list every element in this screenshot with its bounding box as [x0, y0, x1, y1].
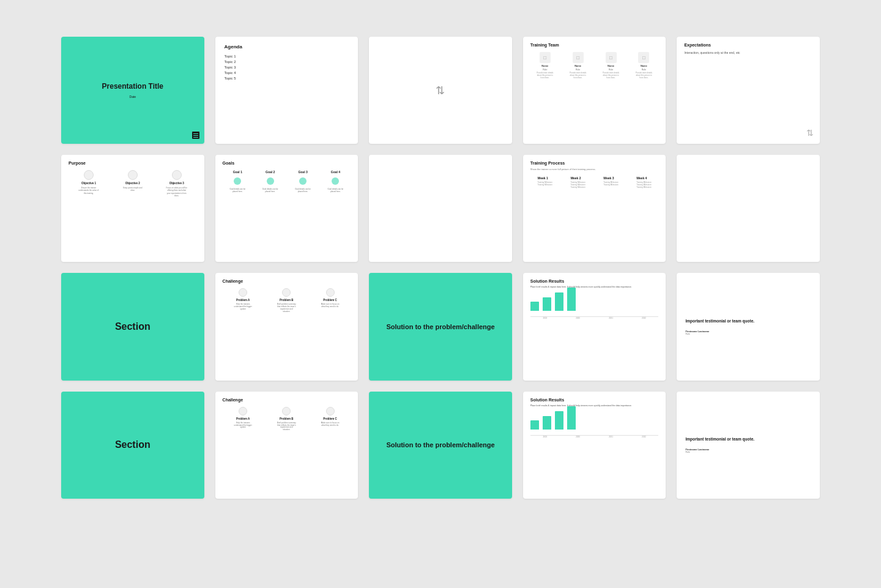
week-desc-3: Training MilestoneTraining Milestone — [603, 182, 618, 187]
prob-circle-c1 — [326, 288, 335, 297]
slide-training-team: Training Team □ Name Role Provide team d… — [523, 37, 666, 144]
objective-3: Objective 3 Focus on what you will be of… — [166, 170, 187, 197]
solution-text-1: Solution to the problem/challenge — [386, 322, 494, 331]
bar-2020-2 — [543, 416, 551, 430]
goal-circle-3 — [299, 177, 307, 185]
corner-menu-icon — [192, 132, 199, 139]
bar-2019-1 — [530, 302, 539, 311]
team-member-4: □ Name Role Provide team details about t… — [634, 52, 653, 80]
week-title-4: Week 4 — [636, 176, 651, 180]
team-avatar-1: □ — [540, 52, 551, 63]
prob-title-a1: Problem A — [236, 299, 250, 302]
obj-desc-1: Ensure the trainee understands the value… — [78, 187, 99, 195]
bar-2022-1 — [567, 288, 576, 311]
team-role-3: Role — [609, 69, 613, 71]
week-title-2: Week 2 — [570, 176, 585, 180]
agenda-item-4: Topic 4 — [225, 71, 349, 75]
slide-results-1: Solution Results Place brief results & i… — [523, 273, 666, 380]
goals-circles-row — [223, 177, 351, 185]
slide-training-process: Training Process Show the trainee a more… — [523, 155, 666, 262]
training-subtext: Show the trainee a more full picture of … — [530, 168, 659, 171]
goal-title-3: Goal 3 — [298, 170, 307, 174]
bar-2022-2 — [567, 406, 576, 430]
week-title-3: Week 3 — [603, 176, 618, 180]
objective-1: Objective 1 Ensure the trainee understan… — [78, 170, 99, 197]
expectations-text: Interaction, questions only at the end, … — [684, 51, 812, 56]
week-3: Week 3 Training MilestoneTraining Milest… — [603, 176, 618, 189]
goal-desc-1: Goal details can be placed here. — [228, 188, 247, 193]
prob-circle-b2 — [282, 407, 291, 415]
results-heading-2: Solution Results — [530, 398, 659, 402]
chart-axis-1 — [530, 316, 659, 317]
slide-testimonial-2: Important testimonial or team quote. Fir… — [677, 392, 820, 499]
bar-label-2022-2: 2022 — [639, 436, 648, 438]
prob-desc-a2: Help the trainees understand the bigger … — [233, 422, 253, 430]
results-heading-1: Solution Results — [530, 279, 659, 283]
challenge-heading-1: Challenge — [223, 279, 351, 283]
obj-desc-2: Keep points simple and clear. — [122, 187, 143, 192]
slide-solution-1: Solution to the problem/challenge — [369, 273, 512, 380]
problem-b-1: Problem B Brief problem summary that ref… — [277, 288, 296, 313]
testimonial-text-1: Important testimonial or team quote. — [685, 318, 811, 324]
team-avatar-3: □ — [606, 52, 617, 63]
slide-presentation-title: Presentation Title Date — [61, 37, 204, 144]
agenda-heading: Agenda — [225, 44, 349, 50]
agenda-item-1: Topic 1 — [225, 54, 349, 58]
slide-goals: Goals Goal 1 Goal 2 Goal 3 Goal 4 Goal d… — [215, 155, 359, 262]
bar-2019-2 — [530, 420, 539, 430]
bar-label-2019-1: 2019 — [541, 317, 549, 319]
team-role-1: Role — [543, 69, 547, 71]
problem-a-1: Problem A Help the trainees understand t… — [233, 288, 253, 313]
goals-titles-row: Goal 1 Goal 2 Goal 3 Goal 4 — [223, 170, 351, 174]
slide-challenge-1: Challenge Problem A Help the trainees un… — [215, 273, 359, 380]
bar-2021-1 — [555, 292, 563, 311]
prob-desc-c1: Make sure to focus on what they need to … — [321, 303, 340, 308]
week-4: Week 4 Training MilestoneTraining Milest… — [636, 176, 651, 189]
presentation-date: Date — [130, 95, 136, 99]
agenda-item-3: Topic 3 — [225, 65, 349, 69]
team-desc-1: Provide team details about this person i… — [536, 72, 554, 80]
prob-circle-b1 — [282, 288, 291, 297]
goals-desc-row: Goal details can be placed here. Goal de… — [223, 188, 351, 193]
goal-desc-3: Goal details can be placed here. — [293, 188, 313, 193]
obj-circle-1 — [84, 170, 94, 180]
week-desc-4: Training MilestoneTraining MilestoneTrai… — [636, 182, 651, 189]
presentation-title-text: Presentation Title — [102, 82, 163, 92]
bar-label-2020-2: 2020 — [574, 436, 582, 438]
slide-results-2: Solution Results Place brief results & i… — [523, 392, 666, 499]
slide-swap-1: ⇅ — [369, 37, 512, 144]
obj-title-1: Objective 1 — [81, 182, 96, 185]
section-title-2: Section — [115, 439, 151, 450]
chart-area-2: 2019 2020 2021 2022 — [530, 411, 659, 438]
goal-title-4: Goal 4 — [331, 170, 340, 174]
slide-challenge-2: Challenge Problem A Help the trainees un… — [215, 392, 359, 499]
goals-heading: Goals — [223, 161, 351, 165]
testimonial-role-2: Role — [685, 451, 811, 453]
prob-circle-a2 — [239, 407, 247, 415]
prob-desc-a1: Help the trainees understand the bigger … — [233, 303, 253, 311]
bar-labels-2: 2019 2020 2021 2022 — [530, 436, 659, 438]
swap-icon-1: ⇅ — [436, 84, 445, 97]
team-role-4: Role — [642, 69, 646, 71]
testimonial-text-2: Important testimonial or team quote. — [685, 436, 811, 442]
goal-desc-2: Goal details can be placed here. — [261, 188, 280, 193]
week-desc-2: Training MilestoneTraining MilestoneTrai… — [570, 182, 585, 189]
section-title-1: Section — [115, 321, 151, 332]
prob-title-a2: Problem A — [236, 417, 250, 420]
team-members-container: □ Name Role Provide team details about t… — [530, 52, 659, 80]
problems-container-2: Problem A Help the trainees understand t… — [223, 407, 351, 432]
prob-desc-b2: Brief problem summary that reflects the … — [277, 422, 296, 432]
goal-title-2: Goal 2 — [266, 170, 275, 174]
team-desc-3: Provide team details about this person i… — [602, 72, 620, 80]
problem-a-2: Problem A Help the trainees understand t… — [233, 407, 253, 432]
results-text-2: Place brief results & impact data here. … — [530, 404, 659, 408]
bar-label-2020-1: 2020 — [574, 317, 582, 319]
bar-2020-1 — [543, 297, 551, 311]
goal-circle-4 — [332, 177, 339, 185]
goal-circle-1 — [234, 177, 241, 185]
goal-circle-2 — [267, 177, 274, 185]
team-role-2: Role — [576, 69, 580, 71]
team-avatar-4: □ — [638, 52, 649, 63]
obj-title-2: Objective 2 — [125, 182, 140, 185]
expectations-heading: Expectations — [684, 43, 812, 47]
